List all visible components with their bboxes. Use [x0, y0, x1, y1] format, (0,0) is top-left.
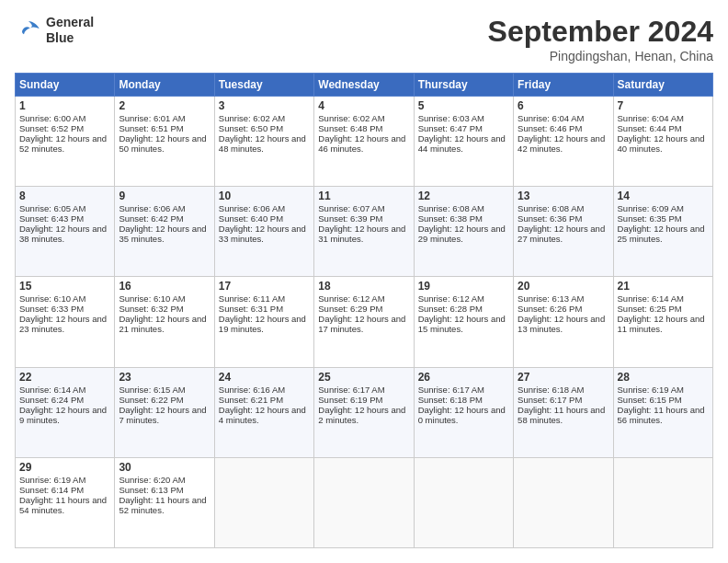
day-number: 4 — [318, 99, 409, 112]
daylight-label: Daylight: 12 hours and 35 minutes. — [119, 224, 206, 244]
sunrise: Sunrise: 6:16 AM — [219, 385, 285, 395]
sunrise: Sunrise: 6:18 AM — [518, 385, 584, 395]
sunrise: Sunrise: 6:04 AM — [518, 113, 584, 123]
sunset: Sunset: 6:25 PM — [618, 304, 682, 314]
daylight-label: Daylight: 12 hours and 17 minutes. — [318, 314, 405, 334]
day-number: 3 — [219, 99, 310, 112]
calendar-week-row: 8 Sunrise: 6:05 AM Sunset: 6:43 PM Dayli… — [16, 187, 713, 277]
calendar-cell: 12 Sunrise: 6:08 AM Sunset: 6:38 PM Dayl… — [414, 187, 513, 277]
day-number: 26 — [418, 371, 509, 384]
day-number: 10 — [219, 190, 310, 202]
sunset: Sunset: 6:14 PM — [19, 485, 84, 495]
calendar-cell: 8 Sunrise: 6:05 AM Sunset: 6:43 PM Dayli… — [16, 187, 115, 277]
sunrise: Sunrise: 6:14 AM — [19, 385, 85, 395]
calendar-cell: 29 Sunrise: 6:19 AM Sunset: 6:14 PM Dayl… — [16, 457, 115, 547]
calendar-cell: 17 Sunrise: 6:11 AM Sunset: 6:31 PM Dayl… — [214, 277, 313, 367]
sunrise: Sunrise: 6:10 AM — [19, 293, 85, 304]
weekday-header-row: SundayMondayTuesdayWednesdayThursdayFrid… — [16, 74, 713, 97]
sunset: Sunset: 6:15 PM — [618, 395, 682, 405]
daylight-label: Daylight: 12 hours and 40 minutes. — [618, 133, 705, 154]
sunrise: Sunrise: 6:06 AM — [219, 203, 285, 213]
weekday-header: Tuesday — [214, 74, 313, 97]
sunrise: Sunrise: 6:10 AM — [119, 293, 185, 304]
daylight-label: Daylight: 12 hours and 46 minutes. — [318, 133, 405, 154]
daylight-label: Daylight: 12 hours and 48 minutes. — [219, 133, 306, 154]
day-number: 2 — [119, 99, 210, 112]
sunset: Sunset: 6:29 PM — [318, 304, 382, 314]
sunrise: Sunrise: 6:04 AM — [618, 113, 684, 123]
sunrise: Sunrise: 6:19 AM — [618, 385, 684, 395]
daylight-label: Daylight: 12 hours and 15 minutes. — [418, 314, 506, 334]
day-number: 12 — [418, 190, 509, 202]
day-number: 22 — [19, 371, 110, 384]
day-number: 6 — [518, 99, 609, 112]
logo-icon — [15, 17, 42, 44]
sunrise: Sunrise: 6:01 AM — [119, 113, 185, 123]
calendar-cell: 6 Sunrise: 6:04 AM Sunset: 6:46 PM Dayli… — [514, 97, 613, 187]
calendar-cell — [514, 457, 613, 547]
calendar-cell: 26 Sunrise: 6:17 AM Sunset: 6:18 PM Dayl… — [414, 367, 513, 457]
daylight-label: Daylight: 11 hours and 58 minutes. — [518, 405, 605, 425]
sunrise: Sunrise: 6:14 AM — [618, 293, 684, 304]
sunrise: Sunrise: 6:19 AM — [19, 475, 85, 485]
calendar-cell — [314, 457, 414, 547]
daylight-label: Daylight: 12 hours and 19 minutes. — [219, 314, 306, 334]
sunset: Sunset: 6:50 PM — [219, 123, 283, 133]
weekday-header: Thursday — [414, 74, 513, 97]
day-number: 8 — [19, 190, 110, 202]
calendar-cell: 10 Sunrise: 6:06 AM Sunset: 6:40 PM Dayl… — [214, 187, 313, 277]
sunset: Sunset: 6:26 PM — [518, 304, 582, 314]
day-number: 23 — [119, 371, 210, 384]
sunrise: Sunrise: 6:07 AM — [318, 203, 384, 213]
sunset: Sunset: 6:35 PM — [618, 213, 682, 224]
day-number: 25 — [318, 371, 409, 384]
sunrise: Sunrise: 6:00 AM — [19, 113, 85, 123]
sunset: Sunset: 6:51 PM — [119, 123, 183, 133]
day-number: 7 — [618, 99, 709, 112]
daylight-label: Daylight: 11 hours and 56 minutes. — [618, 405, 705, 425]
sunset: Sunset: 6:52 PM — [19, 123, 84, 133]
calendar-cell: 2 Sunrise: 6:01 AM Sunset: 6:51 PM Dayli… — [115, 97, 214, 187]
day-number: 17 — [219, 280, 310, 293]
sunrise: Sunrise: 6:17 AM — [418, 385, 484, 395]
daylight-label: Daylight: 12 hours and 50 minutes. — [119, 133, 206, 154]
calendar-cell: 11 Sunrise: 6:07 AM Sunset: 6:39 PM Dayl… — [314, 187, 414, 277]
day-number: 9 — [119, 190, 210, 202]
sunrise: Sunrise: 6:12 AM — [418, 293, 484, 304]
calendar-cell: 27 Sunrise: 6:18 AM Sunset: 6:17 PM Dayl… — [514, 367, 613, 457]
day-number: 16 — [119, 280, 210, 293]
calendar-table: SundayMondayTuesdayWednesdayThursdayFrid… — [15, 73, 713, 548]
calendar-cell: 30 Sunrise: 6:20 AM Sunset: 6:13 PM Dayl… — [115, 457, 214, 547]
sunrise: Sunrise: 6:02 AM — [318, 113, 384, 123]
sunset: Sunset: 6:42 PM — [119, 213, 183, 224]
sunset: Sunset: 6:43 PM — [19, 213, 84, 224]
sunrise: Sunrise: 6:11 AM — [219, 293, 285, 304]
sunrise: Sunrise: 6:15 AM — [119, 385, 185, 395]
calendar-cell: 15 Sunrise: 6:10 AM Sunset: 6:33 PM Dayl… — [16, 277, 115, 367]
sunset: Sunset: 6:32 PM — [119, 304, 183, 314]
calendar-cell — [613, 457, 712, 547]
sunrise: Sunrise: 6:08 AM — [518, 203, 584, 213]
sunset: Sunset: 6:21 PM — [219, 395, 283, 405]
calendar-cell: 23 Sunrise: 6:15 AM Sunset: 6:22 PM Dayl… — [115, 367, 214, 457]
daylight-label: Daylight: 12 hours and 7 minutes. — [119, 405, 206, 425]
calendar-cell: 16 Sunrise: 6:10 AM Sunset: 6:32 PM Dayl… — [115, 277, 214, 367]
daylight-label: Daylight: 12 hours and 38 minutes. — [19, 224, 107, 244]
day-number: 19 — [418, 280, 509, 293]
daylight-label: Daylight: 12 hours and 21 minutes. — [119, 314, 206, 334]
day-number: 13 — [518, 190, 609, 202]
calendar-cell: 14 Sunrise: 6:09 AM Sunset: 6:35 PM Dayl… — [613, 187, 712, 277]
sunset: Sunset: 6:28 PM — [418, 304, 483, 314]
calendar-cell: 9 Sunrise: 6:06 AM Sunset: 6:42 PM Dayli… — [115, 187, 214, 277]
daylight-label: Daylight: 12 hours and 42 minutes. — [518, 133, 605, 154]
daylight-label: Daylight: 12 hours and 4 minutes. — [219, 405, 306, 425]
daylight-label: Daylight: 12 hours and 27 minutes. — [518, 224, 605, 244]
sunrise: Sunrise: 6:20 AM — [119, 475, 185, 485]
day-number: 20 — [518, 280, 609, 293]
day-number: 1 — [19, 99, 110, 112]
calendar-cell: 21 Sunrise: 6:14 AM Sunset: 6:25 PM Dayl… — [613, 277, 712, 367]
day-number: 5 — [418, 99, 509, 112]
daylight-label: Daylight: 12 hours and 44 minutes. — [418, 133, 506, 154]
daylight-label: Daylight: 12 hours and 25 minutes. — [618, 224, 705, 244]
sunrise: Sunrise: 6:17 AM — [318, 385, 384, 395]
